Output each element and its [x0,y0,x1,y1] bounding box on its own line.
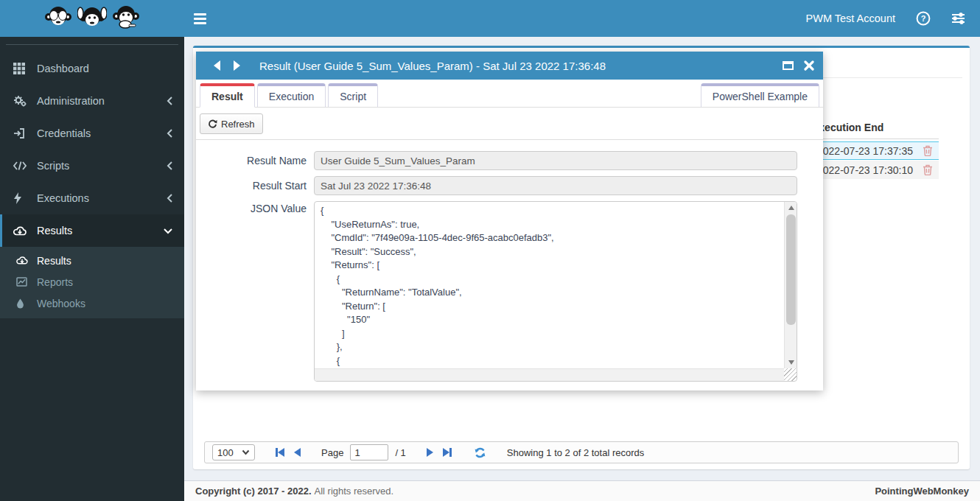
sidebar-item-label: Executions [37,192,89,204]
sidebar-item-label: Results [37,225,72,237]
dialog-title: Result (User Guide 5_Sum_Values_Param) -… [259,60,606,72]
tab-result[interactable]: Result [200,83,255,108]
result-name-field[interactable] [314,151,797,170]
scroll-up-arrow-icon[interactable] [785,202,797,214]
submenu-item-label: Reports [37,276,73,288]
refresh-icon [208,119,217,129]
maximize-icon[interactable] [783,61,794,70]
sidebar: Dashboard Administration Credentials [0,0,184,501]
resize-grip[interactable] [784,368,797,381]
bolt-icon [13,192,29,204]
refresh-button-label: Refresh [221,119,255,130]
horizontal-scrollbar[interactable] [315,368,784,381]
result-start-label: Result Start [196,176,314,195]
sidebar-item-label: Dashboard [37,63,89,74]
dialog-tabs: Result Execution Script PowerShell Examp… [196,80,823,108]
reload-grid-icon[interactable] [472,445,488,460]
tab-execution[interactable]: Execution [257,83,326,108]
close-icon[interactable] [804,60,814,71]
page-number-input[interactable] [350,444,388,460]
droplet-icon [16,298,31,309]
scrollbar-thumb[interactable] [786,214,796,325]
app-logo[interactable] [0,0,184,37]
copyright-text: Copyright (c) 2017 - 2022. [195,486,312,497]
sidebar-item-executions[interactable]: Executions [0,182,184,214]
dialog-titlebar: Result (User Guide 5_Sum_Values_Param) -… [196,52,823,80]
cloud-download-icon [13,225,29,237]
results-submenu: Results Reports Webhooks [0,247,184,318]
submenu-item-results[interactable]: Results [0,250,184,271]
gears-icon [13,95,29,107]
result-start-field[interactable] [314,176,797,195]
tab-powershell-example[interactable]: PowerShell Example [701,83,819,108]
sidebar-item-label: Administration [37,95,105,107]
sliders-icon[interactable] [951,13,965,24]
chevron-down-icon [242,449,250,455]
sidebar-item-label: Scripts [37,160,69,172]
cloud-download-icon [16,256,31,265]
pagination-bar: 100 Page / 1 Showing 1 to 2 of 2 total r… [204,441,959,463]
page-footer: Copyright (c) 2017 - 2022. All rights re… [184,480,980,501]
chart-line-icon [16,277,31,287]
account-menu[interactable]: PWM Test Account [806,13,895,24]
execution-end-cell: 2022-07-23 17:37:35 [817,145,913,157]
sidebar-item-administration[interactable]: Administration [0,85,184,117]
json-value-content: { "UseReturnAs": true, "CmdId": "7f49e09… [315,202,784,368]
pager-status: Showing 1 to 2 of 2 total records [507,447,644,458]
sidebar-menu: Dashboard Administration Credentials [0,45,184,318]
hamburger-icon[interactable] [194,0,223,37]
sidebar-item-dashboard[interactable]: Dashboard [0,52,184,85]
hear-no-evil-monkey-icon [77,4,107,32]
page-size-value: 100 [217,447,234,458]
brand-name: PointingWebMonkey [875,486,969,497]
see-no-evil-monkey-icon [43,4,73,32]
sidebar-item-results[interactable]: Results [0,214,184,247]
sign-in-icon [13,127,29,139]
result-name-label: Result Name [196,151,314,170]
json-value-label: JSON Value [196,201,314,382]
speak-no-evil-monkey-icon [111,4,141,32]
code-icon [13,161,29,171]
page-total: / 1 [395,447,405,458]
submenu-item-label: Webhooks [37,298,85,309]
execution-end-cell: 2022-07-23 17:30:10 [817,164,913,176]
page-label: Page [321,447,343,458]
last-page-button[interactable] [441,446,453,458]
question-circle-icon[interactable]: ? [916,11,931,26]
chevron-left-icon [166,161,173,171]
submenu-item-reports[interactable]: Reports [0,271,184,292]
chevron-left-icon [166,96,173,106]
page-size-select[interactable]: 100 [212,444,255,460]
json-value-textarea[interactable]: { "UseReturnAs": true, "CmdId": "7f49e09… [314,201,797,382]
dialog-toolbar: Refresh [196,108,823,140]
chevron-left-icon [166,193,173,203]
result-dialog: Result (User Guide 5_Sum_Values_Param) -… [196,52,823,390]
top-navbar: PWM Test Account ? [184,0,980,37]
sidebar-item-credentials[interactable]: Credentials [0,117,184,150]
result-form: Result Name Result Start JSON Value { "U… [196,140,823,382]
previous-page-button[interactable] [293,446,302,458]
vertical-scrollbar[interactable] [784,202,797,368]
sidebar-item-label: Credentials [37,127,91,139]
refresh-button[interactable]: Refresh [200,113,263,134]
scroll-down-arrow-icon[interactable] [785,357,797,368]
next-record-button[interactable] [234,60,240,71]
rights-text: All rights reserved. [315,486,394,497]
trash-icon[interactable] [923,164,933,175]
next-page-button[interactable] [425,446,435,458]
chevron-down-icon [163,227,173,234]
first-page-button[interactable] [274,446,286,458]
chevron-left-icon [166,128,173,139]
trash-icon[interactable] [923,145,933,156]
sidebar-item-scripts[interactable]: Scripts [0,150,184,182]
svg-text:?: ? [921,14,926,23]
tab-script[interactable]: Script [328,83,378,108]
submenu-item-webhooks[interactable]: Webhooks [0,292,184,314]
previous-record-button[interactable] [214,60,220,71]
submenu-item-label: Results [37,255,71,267]
grid-icon [13,63,29,74]
